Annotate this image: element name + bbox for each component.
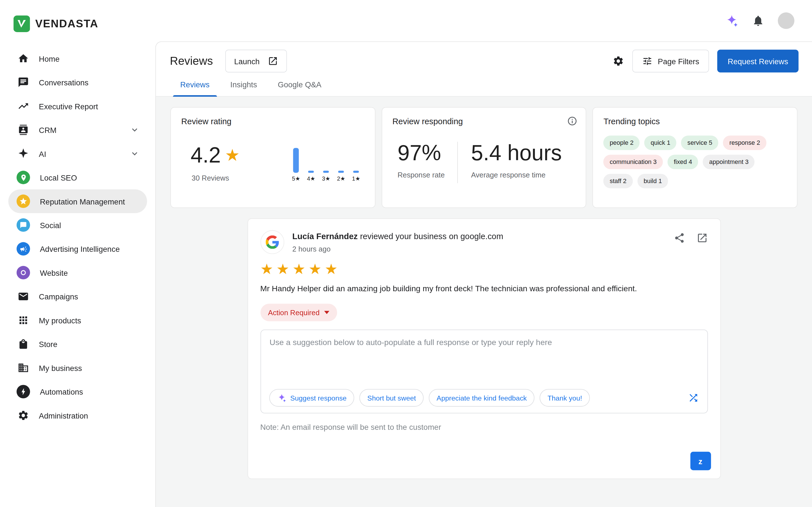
review-card: Lucía Fernández reviewed your business o… xyxy=(247,218,721,479)
settings-gear-icon[interactable] xyxy=(613,55,624,67)
open-in-new-icon xyxy=(268,56,278,66)
sidebar-item-local-seo[interactable]: Local SEO xyxy=(8,166,147,189)
responding-stats: 97% Response rate 5.4 hours Average resp… xyxy=(393,141,576,183)
email-response-note: Note: An email response will be sent to … xyxy=(260,423,708,432)
launch-button[interactable]: Launch xyxy=(225,50,287,72)
bar-5-star xyxy=(293,148,299,173)
google-g-icon xyxy=(265,235,279,249)
topic-chip[interactable]: quick 1 xyxy=(645,135,677,150)
review-timestamp: 2 hours ago xyxy=(292,245,503,253)
user-avatar[interactable] xyxy=(778,12,795,29)
content-area: Review rating 4.2 ★ 30 Reviews 5★ 4★ 3★ … xyxy=(156,97,812,507)
sidebar-item-label: Reputation Management xyxy=(40,197,125,206)
notifications-bell-icon[interactable] xyxy=(752,14,764,27)
review-actions xyxy=(673,232,708,244)
sidebar-item-ai[interactable]: AI xyxy=(8,142,147,165)
avg-response-time-value: 5.4 hours xyxy=(471,141,562,166)
request-reviews-button[interactable]: Request Reviews xyxy=(717,50,799,72)
sidebar-item-automations[interactable]: Automations xyxy=(8,380,147,403)
topic-chip[interactable]: fixed 4 xyxy=(668,155,698,169)
sidebar-item-label: Store xyxy=(39,340,57,348)
topic-chip[interactable]: communication 3 xyxy=(603,155,663,169)
sidebar-item-website[interactable]: Website xyxy=(8,261,147,284)
chart-bar-column: 3★ xyxy=(322,143,330,182)
suggestion-label: Appreciate the kind feedback xyxy=(437,394,527,402)
shuffle-suggestions-icon[interactable] xyxy=(688,392,699,403)
sidebar-item-home[interactable]: Home xyxy=(8,47,147,70)
sidebar-item-executive-report[interactable]: Executive Report xyxy=(8,94,147,118)
chart-bar-column: 4★ xyxy=(307,143,315,182)
bar-label: 4★ xyxy=(307,175,315,182)
bar-label: 2★ xyxy=(337,175,345,182)
global-topbar xyxy=(725,12,794,29)
reputation-star-icon xyxy=(17,194,30,208)
ai-assistant-sparkle-icon[interactable] xyxy=(725,14,739,27)
suggestion-label: Suggest response xyxy=(290,394,347,402)
sidebar-item-campaigns[interactable]: Campaigns xyxy=(8,284,147,308)
topic-chip[interactable]: build 1 xyxy=(638,174,668,188)
page-filters-label: Page Filters xyxy=(658,57,699,65)
info-icon[interactable] xyxy=(567,116,578,126)
tab-label: Google Q&A xyxy=(278,80,321,89)
sidebar-item-conversations[interactable]: Conversations xyxy=(8,70,147,94)
card-title: Trending topics xyxy=(603,117,786,126)
sidebar-nav: Home Conversations Executive Report CRM … xyxy=(0,47,155,427)
tab-label: Reviews xyxy=(180,80,209,89)
page-header: Reviews Launch Page Filters Request Revi… xyxy=(156,42,812,73)
app-root: VENDASTA Home Conversations Executive Re… xyxy=(0,0,812,507)
sidebar-item-label: My business xyxy=(39,363,82,372)
sidebar-item-label: Conversations xyxy=(39,78,89,87)
page-header-actions: Page Filters Request Reviews xyxy=(613,50,799,72)
page-filters-button[interactable]: Page Filters xyxy=(632,50,709,72)
sidebar-item-store[interactable]: Store xyxy=(8,332,147,356)
response-rate-block: 97% Response rate xyxy=(393,141,457,183)
caret-down-icon xyxy=(324,311,329,314)
sidebar-item-reputation-management[interactable]: Reputation Management xyxy=(8,189,147,213)
response-rate-label: Response rate xyxy=(398,171,457,179)
topic-chip[interactable]: response 2 xyxy=(723,135,766,150)
tab-google-qa[interactable]: Google Q&A xyxy=(267,73,332,96)
chat-widget-button[interactable]: z xyxy=(690,452,711,470)
sidebar-item-crm[interactable]: CRM xyxy=(8,118,147,142)
sidebar-item-my-products[interactable]: My products xyxy=(8,308,147,332)
avg-response-time-block: 5.4 hours Average response time xyxy=(471,141,562,183)
bar-2-star xyxy=(338,171,344,173)
conversations-icon xyxy=(17,76,29,88)
sidebar-item-label: Executive Report xyxy=(39,102,98,110)
automations-bolt-icon xyxy=(17,385,30,399)
tab-insights[interactable]: Insights xyxy=(220,73,267,96)
topic-chip[interactable]: people 2 xyxy=(603,135,640,150)
reply-input[interactable] xyxy=(261,330,707,382)
review-responding-card: Review responding 97% Response rate 5.4 … xyxy=(382,107,587,208)
action-required-dropdown[interactable]: Action Required xyxy=(260,304,337,321)
card-title: Review responding xyxy=(393,117,576,126)
review-header: Lucía Fernández reviewed your business o… xyxy=(260,230,708,254)
social-bubble-icon xyxy=(17,218,30,232)
trend-chart-icon xyxy=(17,100,29,112)
suggestion-chip[interactable]: Appreciate the kind feedback xyxy=(429,389,535,406)
open-in-new-icon[interactable] xyxy=(696,232,707,244)
topic-chip[interactable]: service 5 xyxy=(681,135,718,150)
chart-bar-column: 5★ xyxy=(292,143,300,182)
review-rating-card: Review rating 4.2 ★ 30 Reviews 5★ 4★ 3★ … xyxy=(170,107,375,208)
suggestion-chip[interactable]: Short but sweet xyxy=(359,389,423,406)
suggestion-chip[interactable]: Thank you! xyxy=(540,389,590,406)
contacts-icon xyxy=(17,124,29,135)
vendasta-logo[interactable]: VENDASTA xyxy=(0,0,155,32)
response-rate-value: 97% xyxy=(398,141,457,166)
topic-chip[interactable]: staff 2 xyxy=(603,174,633,188)
sidebar-item-my-business[interactable]: My business xyxy=(8,356,147,380)
sidebar-item-label: AI xyxy=(39,149,46,158)
tab-reviews[interactable]: Reviews xyxy=(170,73,220,96)
sidebar-item-social[interactable]: Social xyxy=(8,213,147,237)
sparkle-icon xyxy=(277,393,286,402)
bar-3-star xyxy=(323,171,329,173)
tab-bar: Reviews Insights Google Q&A xyxy=(156,73,812,97)
suggest-response-chip[interactable]: Suggest response xyxy=(269,389,354,406)
sidebar-item-advertising-intelligence[interactable]: Advertising Intelligence xyxy=(8,237,147,261)
topic-chip[interactable]: appointment 3 xyxy=(703,155,755,169)
chart-bar-column: 2★ xyxy=(337,143,345,182)
share-icon[interactable] xyxy=(673,232,685,244)
reply-box: Suggest response Short but sweet Appreci… xyxy=(260,330,708,413)
sidebar-item-administration[interactable]: Administration xyxy=(8,404,147,427)
